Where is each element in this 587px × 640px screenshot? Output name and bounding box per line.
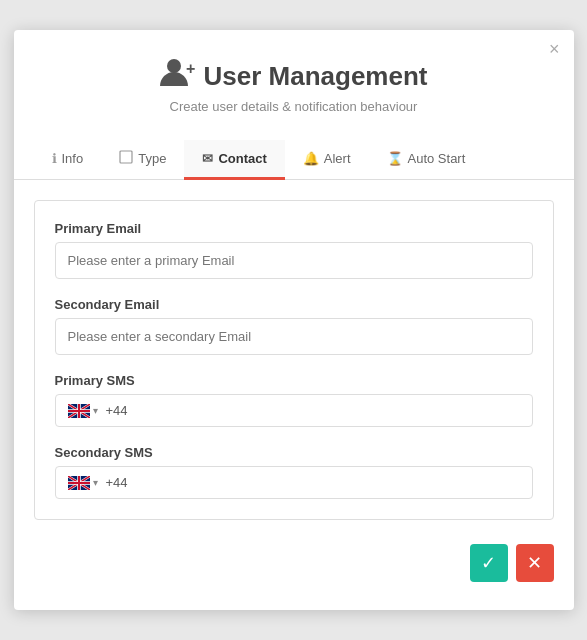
secondary-sms-code: +44: [106, 475, 128, 490]
primary-email-label: Primary Email: [55, 221, 533, 236]
svg-rect-2: [120, 151, 132, 163]
secondary-sms-field: ▾ +44: [55, 466, 533, 499]
autostart-icon: ⌛: [387, 151, 403, 166]
tab-info-label: Info: [62, 151, 84, 166]
modal-title-text: User Management: [204, 61, 428, 92]
modal-subtitle: Create user details & notification behav…: [34, 99, 554, 114]
primary-sms-label: Primary SMS: [55, 373, 533, 388]
footer-buttons: ✓ ✕: [14, 530, 574, 590]
primary-email-input[interactable]: [55, 242, 533, 279]
svg-text:+: +: [186, 60, 195, 77]
user-add-icon: +: [160, 58, 196, 95]
secondary-sms-group: Secondary SMS ▾ +44: [55, 445, 533, 499]
tab-alert-label: Alert: [324, 151, 351, 166]
primary-email-group: Primary Email: [55, 221, 533, 279]
tab-autostart[interactable]: ⌛ Auto Start: [369, 140, 484, 180]
primary-sms-field: ▾ +44: [55, 394, 533, 427]
close-button[interactable]: ×: [549, 40, 560, 58]
tab-alert[interactable]: 🔔 Alert: [285, 140, 369, 180]
primary-sms-code: +44: [106, 403, 128, 418]
secondary-email-group: Secondary Email: [55, 297, 533, 355]
contact-icon: ✉: [202, 151, 213, 166]
cancel-button[interactable]: ✕: [516, 544, 554, 582]
tab-contact-label: Contact: [218, 151, 266, 166]
type-icon: [119, 150, 133, 167]
info-icon: ℹ: [52, 151, 57, 166]
tabs-bar: ℹ Info Type ✉ Contact 🔔 Alert ⌛ Auto Sta…: [14, 140, 574, 180]
secondary-sms-chevron-icon: ▾: [93, 477, 98, 488]
tab-type[interactable]: Type: [101, 140, 184, 180]
user-management-modal: × + User Management Create user details …: [14, 30, 574, 610]
tab-type-label: Type: [138, 151, 166, 166]
secondary-sms-country-select[interactable]: ▾: [68, 476, 98, 490]
primary-sms-country-select[interactable]: ▾: [68, 404, 98, 418]
secondary-sms-label: Secondary SMS: [55, 445, 533, 460]
secondary-email-label: Secondary Email: [55, 297, 533, 312]
tab-autostart-label: Auto Start: [408, 151, 466, 166]
svg-point-0: [167, 59, 181, 73]
confirm-button[interactable]: ✓: [470, 544, 508, 582]
contact-form: Primary Email Secondary Email Primary SM…: [34, 200, 554, 520]
tab-contact[interactable]: ✉ Contact: [184, 140, 284, 180]
secondary-email-input[interactable]: [55, 318, 533, 355]
modal-header: + User Management Create user details & …: [14, 30, 574, 124]
primary-sms-chevron-icon: ▾: [93, 405, 98, 416]
primary-sms-group: Primary SMS ▾ +44: [55, 373, 533, 427]
tab-info[interactable]: ℹ Info: [34, 140, 102, 180]
modal-title: + User Management: [34, 58, 554, 95]
alert-icon: 🔔: [303, 151, 319, 166]
